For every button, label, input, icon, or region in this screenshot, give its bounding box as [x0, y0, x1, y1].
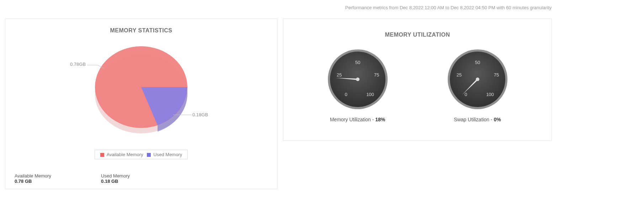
used-memory-stat: Used Memory 0.18 GB [101, 173, 130, 184]
memory-utilization-gauge: 0 25 50 75 100 Memory Utilization - 18% [324, 48, 392, 122]
gauge-tick-100: 100 [366, 92, 374, 97]
pie-legend: Available Memory Used Memory [95, 150, 188, 159]
stat-label: Used Memory [101, 173, 130, 179]
memory-utilization-caption: Memory Utilization - 18% [330, 117, 385, 122]
svg-point-10 [476, 78, 479, 81]
gauge-tick-0: 0 [464, 92, 467, 97]
memory-statistics-panel: MEMORY STATISTICS 0.78GB 0.18GB [5, 18, 277, 189]
caption-value: 0% [494, 117, 501, 122]
gauge-tick-100: 100 [486, 92, 494, 97]
gauge-tick-50: 50 [475, 60, 480, 65]
memory-statistics-values: Available Memory 0.78 GB Used Memory 0.1… [15, 173, 130, 184]
gauge-tick-0: 0 [345, 92, 347, 97]
legend-item-available: Available Memory [100, 152, 143, 157]
legend-item-used: Used Memory [147, 152, 182, 157]
pie-slice-label-available: 0.78GB [70, 62, 86, 67]
performance-metrics-caption: Performance metrics from Dec 8,2022 12:0… [345, 5, 552, 10]
gauge-row: 0 25 50 75 100 Memory Utilization - 18% … [283, 48, 552, 122]
square-icon [147, 153, 151, 157]
memory-utilization-panel: MEMORY UTILIZATION 0 25 50 75 100 [283, 18, 552, 141]
gauge-tick-25: 25 [456, 72, 461, 78]
swap-utilization-caption: Swap Utilization - 0% [454, 117, 501, 122]
pie-slice-label-used: 0.18GB [192, 112, 208, 117]
pie-icon [88, 34, 195, 140]
caption-value: 18% [375, 117, 385, 122]
leader-line-icon [173, 113, 195, 120]
gauge-tick-75: 75 [494, 72, 499, 78]
legend-label: Available Memory [107, 152, 143, 157]
square-icon [100, 153, 104, 157]
available-memory-stat: Available Memory 0.78 GB [15, 173, 51, 184]
memory-statistics-pie: 0.78GB 0.18GB [5, 34, 277, 148]
swap-utilization-gauge: 0 25 50 75 100 Swap Utilization - 0% [444, 48, 511, 122]
svg-point-6 [356, 78, 360, 81]
gauge-tick-75: 75 [374, 72, 379, 78]
gauge-icon: 0 25 50 75 100 [444, 48, 511, 110]
gauge-icon: 0 25 50 75 100 [324, 48, 392, 110]
caption-prefix: Memory Utilization - [330, 117, 376, 122]
stat-value: 0.78 GB [15, 179, 51, 184]
stat-label: Available Memory [15, 173, 51, 179]
leader-line-icon [87, 59, 108, 69]
gauge-tick-50: 50 [355, 60, 360, 65]
gauge-tick-25: 25 [336, 72, 341, 78]
memory-statistics-title: MEMORY STATISTICS [5, 27, 277, 34]
caption-prefix: Swap Utilization - [454, 117, 494, 122]
legend-label: Used Memory [153, 152, 182, 157]
memory-utilization-title: MEMORY UTILIZATION [283, 32, 552, 38]
stat-value: 0.18 GB [101, 179, 130, 184]
